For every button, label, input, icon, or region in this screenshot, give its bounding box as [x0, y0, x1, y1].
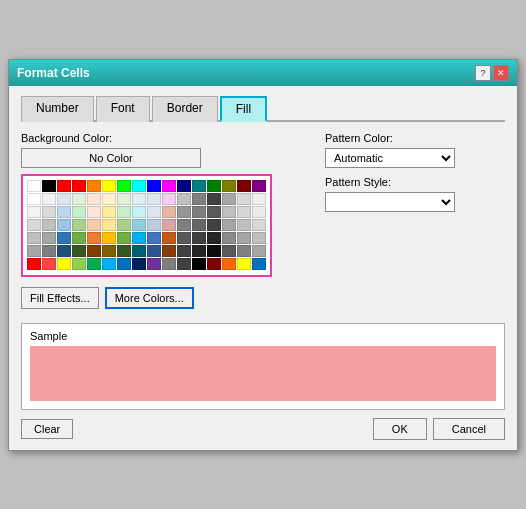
- color-cell[interactable]: [57, 206, 71, 218]
- color-cell[interactable]: [27, 193, 41, 205]
- color-cell[interactable]: [132, 206, 146, 218]
- color-cell[interactable]: [252, 245, 266, 257]
- color-cell[interactable]: [147, 180, 161, 192]
- color-cell[interactable]: [192, 206, 206, 218]
- color-cell[interactable]: [162, 206, 176, 218]
- color-cell[interactable]: [57, 180, 71, 192]
- help-button[interactable]: ?: [475, 65, 491, 81]
- color-cell[interactable]: [252, 193, 266, 205]
- ok-button[interactable]: OK: [373, 418, 427, 440]
- color-cell[interactable]: [207, 245, 221, 257]
- color-cell[interactable]: [192, 219, 206, 231]
- color-cell[interactable]: [42, 232, 56, 244]
- color-cell[interactable]: [222, 193, 236, 205]
- color-cell[interactable]: [42, 180, 56, 192]
- color-cell[interactable]: [237, 258, 251, 270]
- tab-number[interactable]: Number: [21, 96, 94, 122]
- color-cell[interactable]: [162, 193, 176, 205]
- color-cell[interactable]: [27, 245, 41, 257]
- color-cell[interactable]: [72, 219, 86, 231]
- color-cell[interactable]: [132, 180, 146, 192]
- color-cell[interactable]: [132, 245, 146, 257]
- color-cell[interactable]: [147, 219, 161, 231]
- color-cell[interactable]: [252, 232, 266, 244]
- color-cell[interactable]: [177, 232, 191, 244]
- color-cell[interactable]: [222, 232, 236, 244]
- color-cell[interactable]: [72, 245, 86, 257]
- color-cell[interactable]: [177, 219, 191, 231]
- color-cell[interactable]: [42, 245, 56, 257]
- tab-font[interactable]: Font: [96, 96, 150, 122]
- color-cell[interactable]: [237, 180, 251, 192]
- color-cell[interactable]: [57, 193, 71, 205]
- color-cell[interactable]: [117, 193, 131, 205]
- tab-border[interactable]: Border: [152, 96, 218, 122]
- no-color-button[interactable]: No Color: [21, 148, 201, 168]
- color-cell[interactable]: [252, 180, 266, 192]
- color-cell[interactable]: [237, 219, 251, 231]
- color-cell[interactable]: [87, 219, 101, 231]
- color-cell[interactable]: [132, 258, 146, 270]
- color-cell[interactable]: [117, 180, 131, 192]
- color-cell[interactable]: [177, 193, 191, 205]
- cancel-button[interactable]: Cancel: [433, 418, 505, 440]
- color-cell[interactable]: [192, 232, 206, 244]
- color-cell[interactable]: [87, 258, 101, 270]
- color-cell[interactable]: [237, 206, 251, 218]
- more-colors-button[interactable]: More Colors...: [105, 287, 194, 309]
- color-cell[interactable]: [57, 219, 71, 231]
- color-cell[interactable]: [27, 180, 41, 192]
- color-cell[interactable]: [42, 193, 56, 205]
- color-cell[interactable]: [87, 232, 101, 244]
- color-cell[interactable]: [237, 193, 251, 205]
- color-cell[interactable]: [162, 258, 176, 270]
- color-cell[interactable]: [102, 193, 116, 205]
- pattern-color-select[interactable]: Automatic: [325, 148, 455, 168]
- color-cell[interactable]: [162, 232, 176, 244]
- color-cell[interactable]: [72, 180, 86, 192]
- color-cell[interactable]: [237, 245, 251, 257]
- color-cell[interactable]: [102, 206, 116, 218]
- color-cell[interactable]: [102, 219, 116, 231]
- tab-fill[interactable]: Fill: [220, 96, 267, 122]
- color-cell[interactable]: [207, 193, 221, 205]
- color-cell[interactable]: [207, 232, 221, 244]
- color-cell[interactable]: [27, 258, 41, 270]
- color-cell[interactable]: [27, 232, 41, 244]
- color-cell[interactable]: [192, 245, 206, 257]
- color-cell[interactable]: [87, 193, 101, 205]
- color-cell[interactable]: [72, 258, 86, 270]
- clear-button[interactable]: Clear: [21, 419, 73, 439]
- color-cell[interactable]: [102, 245, 116, 257]
- color-cell[interactable]: [102, 232, 116, 244]
- color-cell[interactable]: [222, 180, 236, 192]
- color-cell[interactable]: [207, 219, 221, 231]
- color-cell[interactable]: [117, 206, 131, 218]
- color-cell[interactable]: [177, 206, 191, 218]
- color-cell[interactable]: [237, 232, 251, 244]
- color-cell[interactable]: [57, 245, 71, 257]
- color-cell[interactable]: [42, 206, 56, 218]
- color-cell[interactable]: [87, 245, 101, 257]
- color-cell[interactable]: [147, 232, 161, 244]
- color-cell[interactable]: [192, 180, 206, 192]
- color-cell[interactable]: [27, 206, 41, 218]
- color-cell[interactable]: [72, 193, 86, 205]
- color-cell[interactable]: [177, 258, 191, 270]
- color-cell[interactable]: [207, 258, 221, 270]
- color-cell[interactable]: [222, 258, 236, 270]
- color-cell[interactable]: [192, 193, 206, 205]
- color-cell[interactable]: [177, 180, 191, 192]
- color-cell[interactable]: [162, 180, 176, 192]
- color-cell[interactable]: [252, 206, 266, 218]
- color-cell[interactable]: [72, 232, 86, 244]
- color-cell[interactable]: [42, 219, 56, 231]
- color-cell[interactable]: [132, 232, 146, 244]
- color-cell[interactable]: [132, 193, 146, 205]
- color-cell[interactable]: [87, 180, 101, 192]
- color-cell[interactable]: [147, 245, 161, 257]
- color-cell[interactable]: [117, 219, 131, 231]
- color-cell[interactable]: [252, 219, 266, 231]
- color-cell[interactable]: [102, 180, 116, 192]
- color-cell[interactable]: [147, 206, 161, 218]
